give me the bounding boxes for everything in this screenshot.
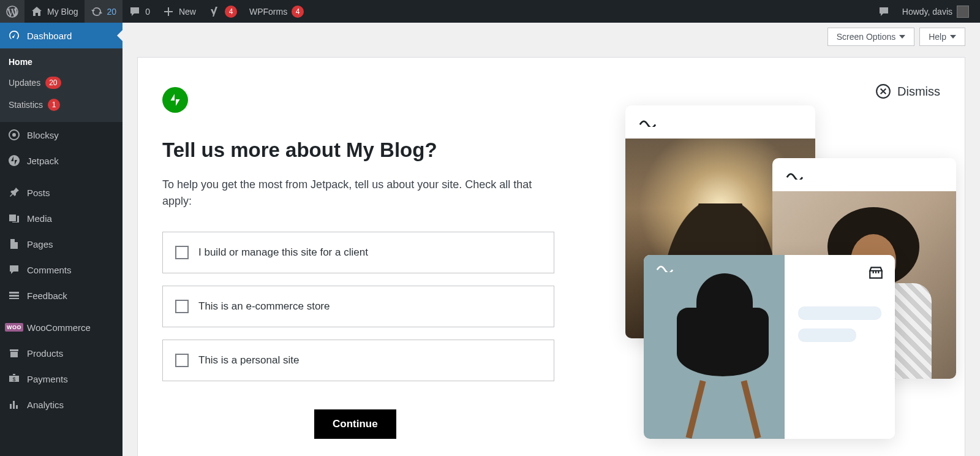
site-name: My Blog xyxy=(47,7,78,17)
wpforms-label: WPForms xyxy=(249,7,287,17)
sidebar-item-media[interactable]: Media xyxy=(0,205,123,231)
checkbox[interactable] xyxy=(175,300,189,313)
sidebar-item-products[interactable]: Products xyxy=(0,340,123,366)
wp-logo[interactable] xyxy=(0,0,24,23)
yoast-badge: 4 xyxy=(225,6,237,18)
placeholder-line xyxy=(798,306,881,320)
wpforms-link[interactable]: WPForms 4 xyxy=(243,0,310,23)
storefront-icon xyxy=(868,265,884,283)
comments-count: 0 xyxy=(145,7,150,17)
account-link[interactable]: Howdy, davis xyxy=(896,0,975,23)
yoast-icon xyxy=(208,6,221,18)
option-ecommerce[interactable]: This is an e-commerce store xyxy=(162,286,554,327)
jetpack-icon xyxy=(7,154,21,167)
screen-options-button[interactable]: Screen Options xyxy=(827,28,915,46)
option-label: This is an e-commerce store xyxy=(198,300,330,313)
admin-sidebar: Dashboard Home Updates20 Statistics1 Blo… xyxy=(0,23,123,456)
site-name-link[interactable]: My Blog xyxy=(24,0,85,23)
jetpack-logo xyxy=(162,87,188,113)
panel-subhead: To help you get the most from Jetpack, t… xyxy=(162,177,554,210)
avatar xyxy=(957,6,969,18)
feedback-icon xyxy=(7,289,21,302)
sidebar-item-feedback[interactable]: Feedback xyxy=(0,283,123,308)
blocksy-icon xyxy=(7,128,21,142)
submenu-home[interactable]: Home xyxy=(0,52,123,72)
squiggle-icon xyxy=(639,118,661,126)
continue-button[interactable]: Continue xyxy=(314,409,396,439)
payments-icon: $ xyxy=(7,372,21,386)
plus-icon xyxy=(162,6,175,18)
products-icon xyxy=(7,346,21,360)
updates-count: 20 xyxy=(107,7,117,17)
comments-link[interactable]: 0 xyxy=(123,0,156,23)
help-button[interactable]: Help xyxy=(919,28,965,46)
sidebar-item-comments[interactable]: Comments xyxy=(0,257,123,283)
update-icon xyxy=(91,6,103,18)
new-link[interactable]: New xyxy=(156,0,202,23)
option-label: This is a personal site xyxy=(198,354,299,367)
sidebar-item-dashboard[interactable]: Dashboard xyxy=(0,23,123,48)
option-label: I build or manage this site for a client xyxy=(198,246,368,259)
sidebar-item-pages[interactable]: Pages xyxy=(0,231,123,257)
placeholder-line xyxy=(798,329,856,342)
sidebar-item-payments[interactable]: $ Payments xyxy=(0,366,123,392)
sidebar-item-posts[interactable]: Posts xyxy=(0,180,123,205)
chevron-down-icon xyxy=(899,35,905,39)
comment-icon xyxy=(129,6,141,18)
new-label: New xyxy=(179,7,196,17)
option-client[interactable]: I build or manage this site for a client xyxy=(162,232,554,273)
checkbox[interactable] xyxy=(175,354,189,367)
illus-card-store xyxy=(644,255,895,439)
pages-icon xyxy=(7,237,21,251)
jetpack-onboarding-panel: Dismiss Tell us more about My Blog? To h… xyxy=(137,57,965,456)
submenu-updates[interactable]: Updates20 xyxy=(0,72,123,94)
sidebar-item-analytics[interactable]: Analytics xyxy=(0,392,123,417)
wpforms-badge: 4 xyxy=(292,6,304,18)
sidebar-item-woocommerce[interactable]: WOO WooCommerce xyxy=(0,314,123,340)
howdy-text: Howdy, davis xyxy=(902,7,952,17)
chevron-down-icon xyxy=(950,35,956,39)
analytics-icon xyxy=(7,398,21,411)
comments-icon xyxy=(7,263,21,276)
content-area: Screen Options Help Dismiss Tell us more… xyxy=(123,23,980,456)
yoast-link[interactable]: 4 xyxy=(202,0,243,23)
option-personal[interactable]: This is a personal site xyxy=(162,340,554,381)
wordpress-icon xyxy=(6,6,18,18)
top-strip: Screen Options Help xyxy=(123,23,980,46)
adminbar: My Blog 20 0 New 4 WPForms 4 Howdy, davi… xyxy=(0,0,980,23)
sidebar-item-blocksy[interactable]: Blocksy xyxy=(0,122,123,148)
svg-point-1 xyxy=(9,155,20,166)
home-icon xyxy=(31,6,43,18)
submenu-statistics[interactable]: Statistics1 xyxy=(0,94,123,116)
chat-icon xyxy=(878,6,890,18)
sidebar-item-jetpack[interactable]: Jetpack xyxy=(0,148,123,173)
updates-link[interactable]: 20 xyxy=(85,0,123,23)
dashboard-icon xyxy=(7,29,21,42)
notifications-link[interactable] xyxy=(872,0,896,23)
squiggle-icon xyxy=(656,264,678,271)
checkbox[interactable] xyxy=(175,246,189,259)
woo-icon: WOO xyxy=(7,321,21,334)
sidebar-label: Dashboard xyxy=(27,31,72,41)
media-icon xyxy=(7,211,21,225)
squiggle-icon xyxy=(786,171,808,178)
svg-text:$: $ xyxy=(12,376,15,382)
dashboard-submenu: Home Updates20 Statistics1 xyxy=(0,48,123,122)
options-group: I build or manage this site for a client… xyxy=(162,232,554,381)
illustration xyxy=(622,87,965,443)
pin-icon xyxy=(7,186,21,199)
